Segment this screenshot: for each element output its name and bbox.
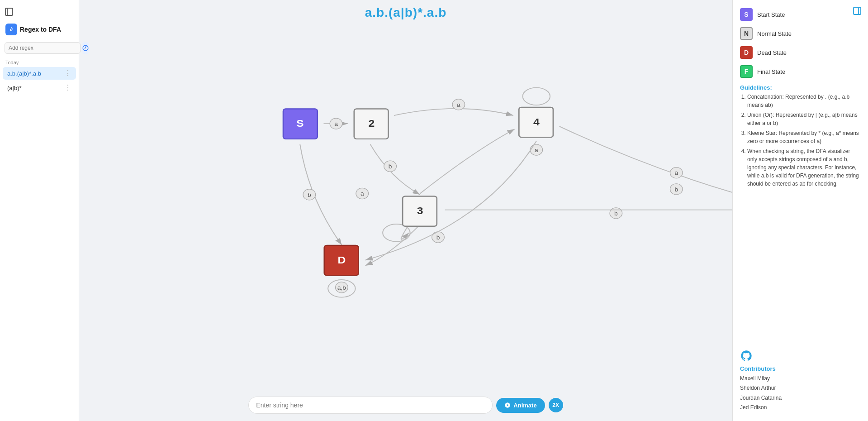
svg-text:a: a bbox=[360, 191, 365, 197]
legend-final-box: F bbox=[740, 65, 753, 78]
svg-text:b: b bbox=[674, 186, 678, 192]
contributor-3: Jed Edison bbox=[740, 403, 861, 413]
contributor-0: Maxell Milay bbox=[740, 374, 861, 384]
today-label: Today bbox=[0, 58, 79, 66]
svg-text:a: a bbox=[535, 147, 539, 153]
sidebar-logo-row: ∂ Regex to DFA bbox=[0, 21, 79, 38]
legend-normal-box: N bbox=[740, 27, 753, 40]
app-title: Regex to DFA bbox=[20, 26, 61, 33]
right-panel: S Start State N Normal State D Dead Stat… bbox=[732, 0, 868, 421]
svg-text:D: D bbox=[337, 254, 346, 265]
svg-text:2: 2 bbox=[368, 118, 375, 129]
dfa-diagram: a b b a b a bbox=[79, 20, 732, 391]
contributor-2: Jourdan Catarina bbox=[740, 393, 861, 403]
svg-text:a: a bbox=[674, 170, 678, 176]
legend-normal: N Normal State bbox=[740, 27, 861, 40]
guideline-3: Kleene Star: Represented by * (e.g., a* … bbox=[747, 129, 861, 145]
svg-text:3: 3 bbox=[417, 206, 423, 216]
legend-final-label: Final State bbox=[757, 68, 785, 75]
svg-rect-43 bbox=[854, 7, 861, 14]
expand-icon[interactable] bbox=[853, 6, 862, 17]
history-item-menu-1[interactable]: ⋮ bbox=[64, 84, 71, 91]
history-item-0[interactable]: a.b.(a|b)*.a.b ⋮ bbox=[3, 67, 76, 80]
history-item-menu-0[interactable]: ⋮ bbox=[64, 70, 71, 77]
bottom-bar: Animate 2X bbox=[79, 391, 732, 421]
main-area: a.b.(a|b)*.a.b a b b a bbox=[79, 0, 732, 421]
legend-dead-label: Dead State bbox=[757, 49, 787, 56]
top-bar: a.b.(a|b)*.a.b bbox=[79, 0, 732, 20]
diagram-title: a.b.(a|b)*.a.b bbox=[365, 5, 447, 20]
svg-text:b: b bbox=[389, 163, 392, 170]
animate-button[interactable]: Animate bbox=[496, 398, 545, 413]
svg-rect-0 bbox=[5, 8, 13, 15]
speed-button[interactable]: 2X bbox=[549, 398, 563, 412]
history-item-1[interactable]: (a|b)* ⋮ bbox=[3, 81, 76, 94]
guidelines-title: Guidelines: bbox=[740, 84, 861, 91]
contributors-section: Contributors Maxell Milay Sheldon Arthur… bbox=[740, 349, 861, 413]
svg-text:a: a bbox=[334, 121, 338, 127]
github-icon[interactable] bbox=[740, 349, 753, 362]
contributors-title: Contributors bbox=[740, 365, 861, 372]
collapse-sidebar-icon[interactable] bbox=[5, 10, 14, 18]
legend-start-box: S bbox=[740, 8, 753, 21]
guideline-4: When checking a string, the DFA visualiz… bbox=[747, 147, 861, 188]
svg-text:S: S bbox=[296, 118, 304, 129]
svg-text:a: a bbox=[457, 102, 461, 108]
regex-input-row bbox=[0, 38, 79, 58]
legend-dead: D Dead State bbox=[740, 46, 861, 59]
legend-normal-label: Normal State bbox=[757, 30, 792, 37]
sidebar: ∂ Regex to DFA Today a.b.(a|b)*.a.b ⋮ (a… bbox=[0, 0, 79, 421]
string-input[interactable] bbox=[248, 397, 493, 414]
legend-dead-box: D bbox=[740, 46, 753, 59]
guideline-1: Concatenation: Represented by . (e.g., a… bbox=[747, 93, 861, 109]
svg-text:a,b: a,b bbox=[337, 285, 346, 291]
canvas-area: a b b a b a bbox=[79, 20, 732, 391]
svg-point-20 bbox=[523, 88, 550, 105]
legend-start-label: Start State bbox=[757, 11, 785, 18]
guideline-2: Union (Or): Represented by | (e.g., a|b … bbox=[747, 111, 861, 127]
svg-text:4: 4 bbox=[533, 116, 540, 127]
app-logo-icon: ∂ bbox=[5, 24, 17, 35]
legend-start: S Start State bbox=[740, 8, 861, 21]
legend-final: F Final State bbox=[740, 65, 861, 78]
contributor-1: Sheldon Arthur bbox=[740, 383, 861, 393]
regex-input[interactable] bbox=[5, 42, 81, 54]
svg-text:b: b bbox=[436, 234, 440, 241]
svg-text:b: b bbox=[308, 192, 311, 198]
svg-text:b: b bbox=[614, 210, 618, 217]
